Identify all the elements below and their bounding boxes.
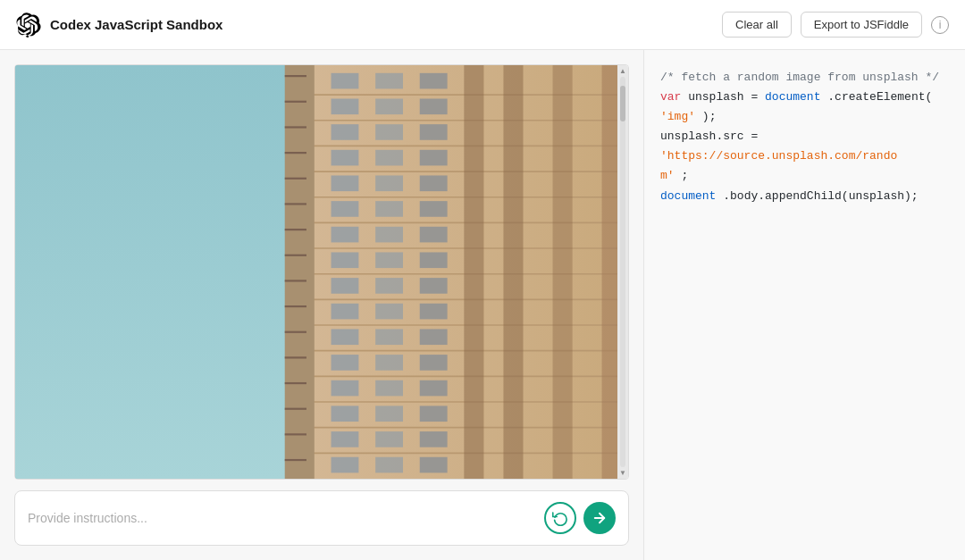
instruction-input-area: Provide instructions...	[14, 490, 629, 546]
svg-rect-40	[331, 201, 359, 217]
svg-rect-78	[420, 355, 448, 371]
svg-rect-64	[375, 405, 403, 422]
svg-rect-31	[285, 382, 306, 384]
svg-rect-41	[331, 227, 359, 243]
svg-rect-42	[331, 252, 359, 268]
app-title: Codex JavaScript Sandbox	[50, 17, 222, 32]
svg-rect-50	[331, 457, 359, 473]
app-header: Codex JavaScript Sandbox Clear all Expor…	[0, 0, 965, 50]
code-line-2: var unsplash = document .createElement( …	[660, 88, 949, 127]
input-buttons	[544, 502, 616, 534]
svg-rect-51	[375, 73, 403, 89]
svg-rect-19	[285, 75, 306, 77]
svg-rect-44	[331, 304, 359, 320]
code-line-4: document .body.appendChild(unsplash);	[660, 187, 949, 206]
svg-rect-77	[420, 329, 448, 345]
svg-rect-54	[375, 150, 403, 166]
svg-rect-85	[553, 65, 573, 479]
svg-rect-71	[420, 175, 448, 191]
svg-rect-52	[375, 98, 403, 114]
vertical-scrollbar[interactable]: ▲ ▼	[617, 65, 628, 479]
code-plain-2: .createElement(	[827, 90, 932, 104]
left-panel: ▲ ▼ ◄ ► Provide instructions...	[0, 50, 643, 560]
scroll-right-arrow[interactable]: ►	[614, 480, 626, 481]
svg-rect-56	[375, 201, 403, 217]
input-placeholder[interactable]: Provide instructions...	[28, 511, 147, 525]
header-left: Codex JavaScript Sandbox	[16, 13, 222, 38]
export-button[interactable]: Export to JSFiddle	[801, 12, 922, 38]
svg-rect-74	[420, 252, 448, 268]
svg-rect-69	[420, 124, 448, 140]
svg-rect-27	[285, 280, 306, 281]
preview-area: ▲ ▼ ◄ ►	[14, 64, 629, 480]
preview-inner: ▲ ▼	[15, 65, 628, 479]
svg-rect-22	[285, 152, 306, 154]
svg-rect-55	[375, 175, 403, 191]
svg-rect-65	[375, 431, 403, 447]
regenerate-icon	[552, 510, 568, 526]
send-icon	[592, 510, 608, 526]
svg-rect-48	[331, 405, 359, 422]
svg-rect-60	[375, 304, 403, 320]
svg-rect-81	[420, 431, 448, 447]
svg-rect-33	[285, 433, 306, 435]
preview-image	[15, 65, 617, 479]
svg-rect-49	[331, 431, 359, 447]
code-plain-6: .body.appendChild(unsplash);	[723, 189, 918, 203]
clear-all-button[interactable]: Clear all	[722, 12, 792, 38]
vscroll-track	[620, 77, 625, 467]
code-editor-panel: /* fetch a random image from unsplash */…	[643, 50, 965, 560]
info-icon[interactable]: i	[931, 16, 949, 34]
code-plain-1: unsplash =	[688, 90, 765, 104]
scroll-down-arrow[interactable]: ▼	[619, 469, 626, 477]
header-right: Clear all Export to JSFiddle i	[722, 12, 949, 38]
svg-rect-37	[331, 124, 359, 140]
code-object-document: document	[765, 90, 820, 104]
svg-rect-25	[285, 229, 306, 230]
svg-rect-70	[420, 150, 448, 166]
code-plain-5: ;	[681, 169, 688, 182]
horizontal-scrollbar: ◄ ►	[15, 479, 628, 480]
svg-rect-47	[331, 380, 359, 397]
svg-rect-57	[375, 227, 403, 243]
svg-rect-29	[285, 331, 306, 333]
svg-rect-34	[285, 459, 306, 461]
code-string-img: 'img'	[660, 110, 695, 123]
svg-rect-32	[285, 408, 306, 410]
code-string-url2: m'	[660, 169, 675, 182]
main-content: ▲ ▼ ◄ ► Provide instructions...	[0, 50, 965, 560]
svg-rect-24	[285, 203, 306, 205]
regenerate-button[interactable]	[544, 502, 576, 534]
svg-rect-68	[420, 98, 448, 114]
code-string-url: 'https://source.unsplash.com/rando	[660, 149, 897, 163]
svg-rect-59	[375, 278, 403, 294]
svg-rect-63	[375, 380, 403, 397]
svg-rect-21	[285, 126, 306, 128]
svg-rect-73	[420, 227, 448, 243]
code-plain-3: );	[702, 110, 717, 123]
vscroll-thumb[interactable]	[620, 86, 625, 121]
svg-rect-23	[285, 178, 306, 180]
svg-rect-39	[331, 175, 359, 191]
openai-logo	[16, 13, 41, 38]
svg-rect-20	[285, 101, 306, 103]
svg-rect-30	[285, 356, 306, 358]
code-line-1: /* fetch a random image from unsplash */	[660, 68, 949, 88]
scroll-up-arrow[interactable]: ▲	[619, 67, 626, 75]
svg-rect-58	[375, 252, 403, 268]
svg-rect-87	[602, 65, 617, 479]
svg-rect-45	[331, 329, 359, 345]
svg-rect-84	[503, 65, 523, 479]
svg-rect-26	[285, 255, 306, 256]
svg-rect-66	[375, 457, 403, 473]
svg-rect-61	[375, 329, 403, 345]
svg-rect-76	[420, 304, 448, 320]
scroll-left-arrow[interactable]: ◄	[17, 480, 29, 481]
send-button[interactable]	[583, 502, 616, 534]
code-line-3: unsplash.src = 'https://source.unsplash.…	[660, 127, 949, 166]
svg-rect-82	[420, 457, 448, 473]
svg-rect-75	[420, 278, 448, 294]
code-keyword-var: var	[660, 90, 681, 104]
svg-rect-28	[285, 305, 306, 307]
svg-rect-35	[331, 73, 359, 89]
